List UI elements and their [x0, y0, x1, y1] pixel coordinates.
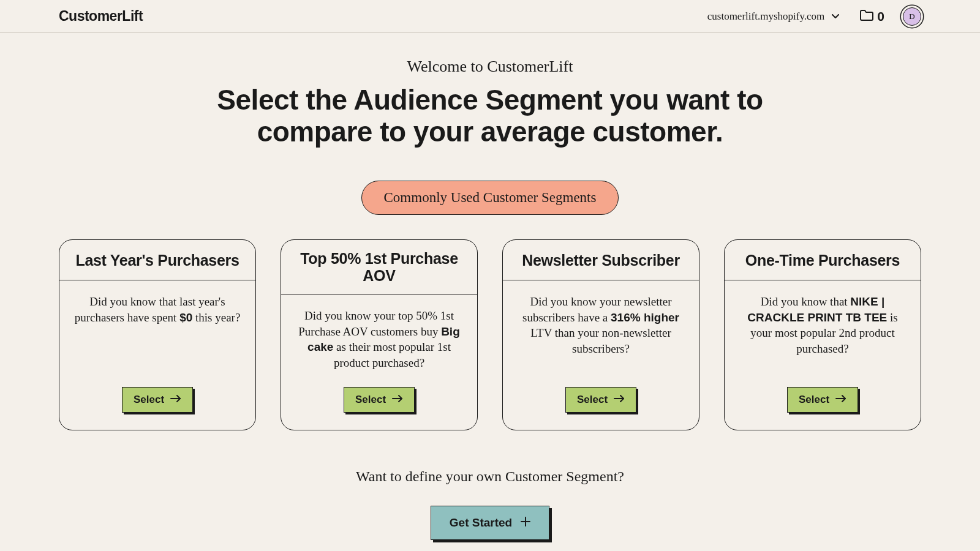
get-started-label: Get Started [450, 516, 512, 530]
get-started-button[interactable]: Get Started [431, 506, 549, 540]
store-domain: customerlift.myshopify.com [707, 10, 825, 23]
select-button-label: Select [134, 394, 164, 406]
select-button[interactable]: Select [565, 387, 636, 413]
folder-icon [860, 9, 873, 24]
plus-icon [521, 516, 530, 530]
folder-count-value: 0 [877, 9, 884, 24]
select-button[interactable]: Select [787, 387, 858, 413]
segment-card: One-Time Purchasers Did you know that NI… [724, 239, 921, 430]
segment-card-body: Did you know that last year's purchasers… [59, 280, 255, 430]
segment-card-head: Top 50% 1st Purchase AOV [281, 240, 477, 294]
segment-card-text: Did you know that last year's purchasers… [72, 294, 243, 325]
segment-card-title: Newsletter Subscriber [522, 252, 680, 269]
app-header: CustomerLift customerlift.myshopify.com … [0, 0, 980, 33]
common-segments-pill[interactable]: Commonly Used Customer Segments [361, 181, 619, 215]
segment-card-head: Newsletter Subscriber [503, 240, 699, 280]
segment-card-text: Did you know your top 50% 1st Purchase A… [293, 308, 465, 371]
select-button-label: Select [577, 394, 608, 406]
arrow-right-icon [392, 394, 403, 406]
folder-count[interactable]: 0 [860, 9, 884, 24]
segment-card-text: Did you know that NIKE | CRACKLE PRINT T… [737, 294, 908, 357]
avatar-initial: D [909, 12, 914, 21]
select-button-label: Select [355, 394, 386, 406]
segment-card-text: Did you know your newsletter subscribers… [515, 294, 687, 357]
custom-segment-prompt: Want to define your own Customer Segment… [59, 468, 921, 485]
segment-card-head: Last Year's Purchasers [59, 240, 255, 280]
chevron-down-icon [832, 14, 839, 19]
store-selector[interactable]: customerlift.myshopify.com [707, 10, 840, 23]
arrow-right-icon [614, 394, 625, 406]
segment-cards-row: Last Year's Purchasers Did you know that… [59, 239, 921, 430]
segment-card: Newsletter Subscriber Did you know your … [502, 239, 699, 430]
segment-card-body: Did you know that NIKE | CRACKLE PRINT T… [725, 280, 921, 430]
select-button[interactable]: Select [122, 387, 193, 413]
select-button-label: Select [799, 394, 829, 406]
segment-card: Last Year's Purchasers Did you know that… [59, 239, 256, 430]
segment-card-title: Top 50% 1st Purchase AOV [291, 250, 467, 284]
avatar[interactable]: D [903, 7, 921, 26]
segment-card-body: Did you know your newsletter subscribers… [503, 280, 699, 430]
page-headline: Select the Audience Segment you want to … [159, 84, 821, 148]
app-logo: CustomerLift [59, 8, 707, 24]
segment-card-head: One-Time Purchasers [725, 240, 921, 280]
segment-card-title: One-Time Purchasers [745, 252, 900, 269]
select-button[interactable]: Select [344, 387, 415, 413]
segment-card: Top 50% 1st Purchase AOV Did you know yo… [281, 239, 478, 430]
main-content: Welcome to CustomerLift Select the Audie… [0, 33, 980, 540]
segment-card-title: Last Year's Purchasers [75, 252, 239, 269]
arrow-right-icon [170, 394, 181, 406]
welcome-text: Welcome to CustomerLift [59, 58, 921, 76]
segment-card-body: Did you know your top 50% 1st Purchase A… [281, 294, 477, 430]
arrow-right-icon [835, 394, 846, 406]
